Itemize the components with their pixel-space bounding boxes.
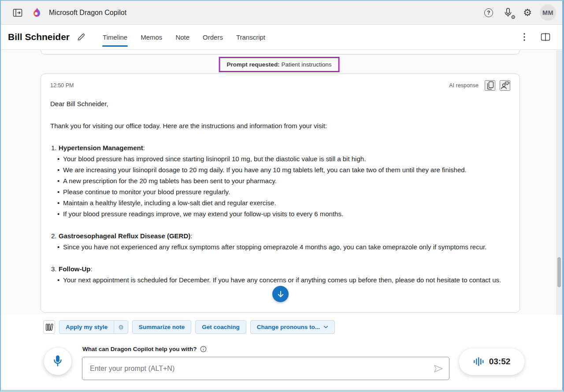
scrollbar-track xyxy=(556,50,562,315)
timer-value: 03:52 xyxy=(489,357,511,366)
greeting: Dear Bill Schneider, xyxy=(50,98,510,109)
edit-patient-button[interactable] xyxy=(74,30,88,44)
bullet-item: Please continue to monitor your blood pr… xyxy=(63,186,510,197)
app-title: Microsoft Dragon Copilot xyxy=(49,9,126,17)
prompt-requested-label: Prompt requested: xyxy=(227,61,280,68)
tab-transcript[interactable]: Transcript xyxy=(230,25,272,49)
titlebar: Microsoft Dragon Copilot ? ⚙ ⚙ MM xyxy=(1,1,562,25)
message-timestamp: 12:50 PM xyxy=(50,82,74,89)
section-bullets: Your blood pressure has improved since s… xyxy=(50,153,510,219)
person-feedback-icon xyxy=(501,81,510,90)
small-gear-icon: ⚙ xyxy=(118,324,124,331)
bullet-item: Since you have not experienced any reflu… xyxy=(63,241,510,252)
help-button[interactable]: ? xyxy=(482,6,496,20)
timeline-content: Prompt requested: Patient instructions 1… xyxy=(1,50,562,315)
prompt-requested-value: Patient instructions xyxy=(280,61,332,68)
bullet-item: Maintain a healthy lifestyle, including … xyxy=(63,197,510,208)
user-avatar[interactable]: MM xyxy=(540,4,556,21)
pencil-icon xyxy=(77,33,85,41)
arrow-down-icon xyxy=(276,290,285,299)
bullet-item: We are increasing your lisinopril dosage… xyxy=(63,164,510,175)
info-icon[interactable] xyxy=(200,346,207,352)
waveform-icon xyxy=(473,356,485,367)
apply-my-style-settings[interactable]: ⚙ xyxy=(114,321,128,333)
section-bullets: Since you have not experienced any reflu… xyxy=(50,241,510,252)
copy-icon xyxy=(486,81,494,90)
change-pronouns-button[interactable]: Change pronouns to... xyxy=(250,320,335,334)
scroll-to-bottom-button[interactable] xyxy=(272,286,289,302)
prompt-library-button[interactable] xyxy=(43,320,55,334)
tab-memos[interactable]: Memos xyxy=(134,25,169,49)
settings-gear-icon: ⚙ xyxy=(523,8,532,18)
intro-paragraph: Thank you for visiting our office today.… xyxy=(50,120,510,131)
previous-card-edge xyxy=(41,50,520,55)
section-title: 1.Hypertension Management: xyxy=(50,142,510,153)
bullet-item: Your next appointment is scheduled for D… xyxy=(63,274,510,285)
quick-actions-bar: Apply my style ⚙ Summarize note Get coac… xyxy=(43,320,335,334)
prompt-area-label: What can Dragon Copilot help you with? xyxy=(82,346,197,352)
microphone-icon xyxy=(51,354,64,368)
kebab-menu-icon xyxy=(523,33,525,41)
microphone-button[interactable] xyxy=(44,347,72,375)
prompt-input[interactable] xyxy=(82,357,449,380)
section-title: 2.Gastroesophageal Reflux Disease (GERD)… xyxy=(50,230,510,241)
tab-orders[interactable]: Orders xyxy=(196,25,230,49)
ai-response-body: Dear Bill Schneider, Thank you for visit… xyxy=(50,98,510,285)
patient-name: Bill Schneider xyxy=(1,32,70,42)
dragon-copilot-window: Microsoft Dragon Copilot ? ⚙ ⚙ MM xyxy=(0,0,564,392)
section-title: 3.Follow-Up: xyxy=(50,263,510,274)
dragon-copilot-logo xyxy=(31,7,42,18)
get-coaching-button[interactable]: Get coaching xyxy=(195,320,246,334)
section-bullets: Your next appointment is scheduled for D… xyxy=(50,274,510,285)
apply-my-style-button: Apply my style ⚙ xyxy=(59,320,128,334)
feedback-button[interactable] xyxy=(500,80,510,91)
more-options-button[interactable] xyxy=(517,30,531,44)
open-panel-button[interactable] xyxy=(11,6,25,20)
bullet-item: Your blood pressure has improved since s… xyxy=(63,153,510,164)
prompt-requested-badge: Prompt requested: Patient instructions xyxy=(219,57,340,72)
mic-settings-button[interactable]: ⚙ xyxy=(501,6,515,20)
tab-bar: Timeline Memos Note Orders Transcript xyxy=(96,25,272,49)
recording-timer-pill[interactable]: 03:52 xyxy=(459,348,525,375)
library-icon xyxy=(45,323,53,332)
ai-response-label: AI response xyxy=(449,82,479,89)
bullet-item: A new prescription for the 20 mg tablets… xyxy=(63,175,510,186)
send-icon xyxy=(433,364,444,374)
split-view-button[interactable] xyxy=(538,30,553,44)
tab-timeline[interactable]: Timeline xyxy=(96,25,134,49)
open-panel-icon xyxy=(13,8,22,17)
summarize-note-button[interactable]: Summarize note xyxy=(132,320,191,334)
patient-header: Bill Schneider Timeline Memos Note Order… xyxy=(1,25,562,50)
prompt-panel: Apply my style ⚙ Summarize note Get coac… xyxy=(1,315,562,390)
scrollbar-thumb[interactable] xyxy=(557,257,561,287)
mic-settings-icon: ⚙ xyxy=(502,7,514,18)
bullet-item: If your blood pressure readings improve,… xyxy=(63,208,510,219)
copy-button[interactable] xyxy=(485,80,495,91)
ai-response-card: 12:50 PM AI response xyxy=(41,74,520,313)
help-icon: ? xyxy=(484,8,493,17)
settings-button[interactable]: ⚙ xyxy=(520,6,534,20)
split-view-icon xyxy=(541,33,550,41)
tab-note[interactable]: Note xyxy=(169,25,196,49)
send-button[interactable] xyxy=(433,363,444,374)
apply-my-style-action[interactable]: Apply my style xyxy=(59,321,114,333)
chevron-down-icon xyxy=(323,325,328,329)
